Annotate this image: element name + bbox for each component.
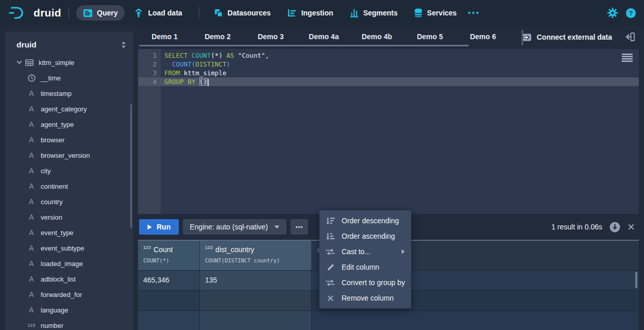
number-column-icon: 123: [27, 323, 36, 328]
tab-demo-6[interactable]: Demo 6: [456, 29, 510, 45]
sidebar-item-language[interactable]: Alanguage: [5, 302, 133, 318]
sidebar-scrollbar[interactable]: [130, 104, 132, 228]
engine-label: Engine: auto (sql-native): [190, 223, 268, 231]
sort-icon[interactable]: [121, 41, 126, 48]
datasources-icon: [214, 8, 223, 18]
nav-item-load-data[interactable]: Load data: [127, 5, 189, 21]
sidebar-item-kttm-simple[interactable]: kttm_simple: [5, 55, 133, 70]
connect-external-label: Connect external data: [537, 33, 612, 41]
nav-item-query[interactable]: Query: [76, 5, 125, 21]
results-scrollbar[interactable]: [635, 272, 637, 288]
string-column-icon: A: [27, 89, 36, 97]
nav-right: ?: [607, 8, 636, 18]
menu-item-edit-column[interactable]: Edit column: [319, 259, 411, 275]
tab-demo-2[interactable]: Demo 2: [191, 29, 244, 45]
tab-demo-5[interactable]: Demo 5: [403, 29, 456, 45]
menu-item-order-descending[interactable]: Order descending: [319, 213, 411, 228]
sort-asc-icon: [326, 233, 335, 240]
empty-row: [138, 310, 639, 330]
string-column-icon: A: [27, 197, 36, 206]
sidebar-item-timestamp[interactable]: Atimestamp: [5, 86, 133, 101]
sidebar-item-browser[interactable]: Abrowser: [5, 132, 133, 147]
query-more-button[interactable]: •••: [291, 219, 308, 235]
sql-editor[interactable]: 1SELECT COUNT(*) AS "Count",2 COUNT(DIST…: [138, 49, 639, 214]
sidebar-item-loaded-image[interactable]: Aloaded_image: [5, 256, 133, 271]
sidebar-item-event-subtype[interactable]: Aevent_subtype: [5, 240, 133, 256]
open-panel-icon[interactable]: [625, 32, 635, 41]
column-name-label: Count: [154, 245, 173, 254]
nav-item-label: Ingestion: [301, 9, 333, 17]
column-name: event_type: [41, 229, 74, 237]
code-line: COUNT(DISTINCT): [161, 60, 230, 69]
menu-item-remove-column[interactable]: Remove column: [319, 290, 411, 306]
run-button[interactable]: Run: [139, 219, 179, 235]
string-column-icon: A: [27, 213, 36, 221]
tab-demo-4b[interactable]: Demo 4b: [350, 29, 403, 45]
nav-more-button[interactable]: •••: [468, 9, 480, 17]
caret-right-icon: [401, 249, 405, 254]
string-column-icon: A: [27, 228, 36, 237]
engine-select-button[interactable]: Engine: auto (sql-native): [183, 219, 286, 235]
tab-demo-3[interactable]: Demo 3: [244, 29, 297, 45]
druid-console: druid QueryLoad dataDatasourcesIngestion…: [0, 0, 644, 330]
sidebar-item-browser-version[interactable]: Abrowser_version: [5, 147, 133, 163]
column-header-title: 123Count: [143, 245, 194, 254]
nav-item-segments[interactable]: Segments: [343, 5, 405, 21]
string-column-icon: A: [27, 290, 36, 299]
column-tree: kttm_simple__timeAtimestampAagent_catego…: [5, 55, 133, 330]
menu-item-label: Edit column: [342, 263, 379, 271]
column-header-count[interactable]: 123CountCOUNT(*): [138, 241, 200, 270]
tab-demo-1[interactable]: Demo 1: [138, 29, 191, 45]
download-icon[interactable]: [609, 222, 620, 233]
sidebar-item-city[interactable]: Acity: [5, 163, 133, 178]
column-name: city: [41, 167, 51, 175]
column-name-label: dist_country: [215, 245, 254, 254]
code-line: SELECT COUNT(*) AS "Count",: [161, 51, 269, 60]
menu-item-convert-to-group-by[interactable]: Convert to group by: [319, 275, 411, 290]
schema-title: druid: [16, 40, 37, 50]
code-line: GROUP BY (): [161, 77, 209, 86]
tab-demo-4a[interactable]: Demo 4a: [297, 29, 350, 45]
query-tab-strip: Demo 1Demo 2Demo 3Demo 4aDemo 4bDemo 5De…: [138, 29, 639, 46]
sidebar-item-time[interactable]: __time: [5, 70, 133, 86]
editor-menu-icon[interactable]: [622, 54, 633, 62]
close-results-icon[interactable]: [628, 223, 635, 230]
editor-line-3: 3FROM kttm_simple: [138, 69, 639, 77]
druid-logo-icon: [8, 5, 29, 21]
sidebar-item-agent-category[interactable]: Aagent_category: [5, 101, 133, 117]
sidebar-item-version[interactable]: Aversion: [5, 209, 133, 225]
column-expression: COUNT(DISTINCT country): [205, 257, 306, 263]
column-header-dist-country[interactable]: 123dist_countryCOUNT(DISTINCT country): [200, 241, 312, 270]
tab-scrollbar[interactable]: [139, 45, 469, 46]
console-icon: [83, 9, 92, 17]
sidebar-item-country[interactable]: Acountry: [5, 194, 133, 209]
nav-item-datasources[interactable]: Datasources: [207, 5, 278, 21]
column-name: timestamp: [41, 90, 72, 97]
brand-text: druid: [33, 7, 61, 19]
sidebar-item-event-type[interactable]: Aevent_type: [5, 225, 133, 240]
druid-brand[interactable]: druid: [8, 5, 61, 21]
nav-item-ingestion[interactable]: Ingestion: [280, 5, 341, 21]
string-column-icon: A: [27, 259, 36, 268]
menu-item-cast-to[interactable]: Cast to...: [319, 244, 411, 259]
number-type-icon: 123: [205, 245, 213, 250]
convert-icon: [326, 279, 335, 286]
code-line: FROM kttm_simple: [161, 69, 226, 77]
help-icon[interactable]: ?: [626, 8, 636, 18]
nav-separator: [199, 7, 199, 19]
sidebar-item-forwarded-for[interactable]: Aforwarded_for: [5, 287, 133, 302]
nav-item-label: Load data: [148, 9, 182, 17]
result-cell[interactable]: 465,346: [138, 271, 200, 290]
gear-icon[interactable]: [607, 8, 618, 18]
sidebar-item-continent[interactable]: Acontinent: [5, 178, 133, 194]
table-icon: [25, 59, 34, 66]
menu-item-order-ascending[interactable]: Order ascending: [319, 228, 411, 244]
sidebar-item-adblock-list[interactable]: Aadblock_list: [5, 271, 133, 287]
result-cell[interactable]: 135: [200, 271, 312, 290]
connect-external-data-button[interactable]: Connect external data: [519, 29, 615, 45]
cast-icon: [326, 249, 335, 255]
sidebar-item-agent-type[interactable]: Aagent_type: [5, 117, 133, 132]
sidebar-item-number[interactable]: 123number: [5, 318, 133, 330]
nav-item-services[interactable]: Services: [407, 5, 464, 21]
text-cursor: [208, 79, 209, 86]
